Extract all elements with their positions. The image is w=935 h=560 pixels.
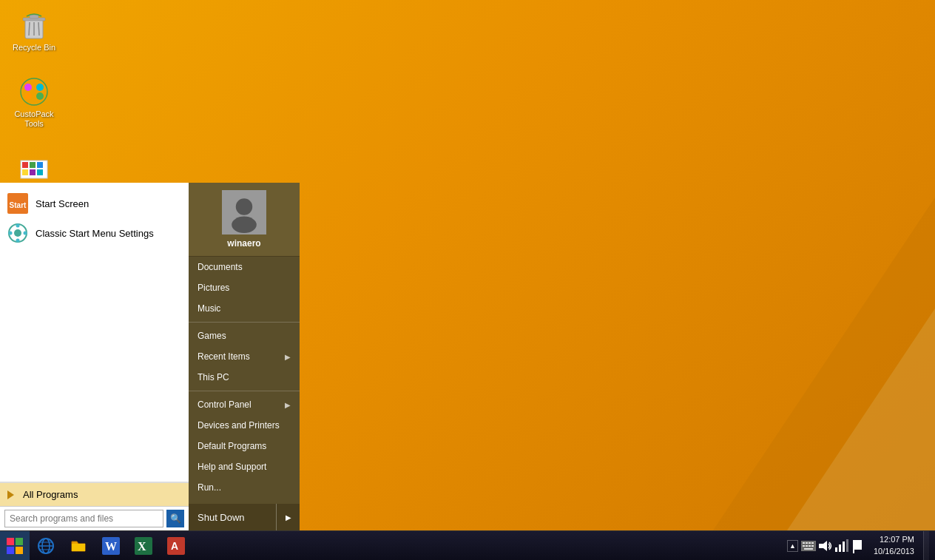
svg-rect-4: [30, 15, 38, 18]
svg-text:Start: Start: [10, 201, 27, 209]
menu-item-pictures[interactable]: Pictures: [189, 277, 300, 298]
recycle-bin-label: Recycle Bin: [13, 43, 55, 53]
network-bars-icon: [834, 539, 848, 553]
pinned-item-classic-settings[interactable]: Classic Start Menu Settings: [0, 218, 189, 248]
svg-text:X: X: [138, 540, 146, 553]
svg-rect-34: [16, 547, 23, 554]
recycle-bin-icon[interactable]: Recycle Bin: [7, 7, 61, 55]
speaker-icon: [817, 539, 832, 553]
svg-rect-51: [803, 545, 805, 547]
search-input[interactable]: [4, 510, 163, 527]
svg-rect-52: [806, 545, 808, 547]
menu-item-default-programs[interactable]: Default Programs: [189, 436, 300, 456]
custopack-label: CustoPack Tools: [10, 109, 58, 129]
user-avatar: [222, 190, 266, 235]
all-programs-triangle: [7, 490, 14, 499]
pinned-items-list: Start Start Screen: [0, 183, 189, 482]
menu-item-this-pc[interactable]: This PC: [189, 367, 300, 388]
menu-item-games[interactable]: Games: [189, 325, 300, 346]
third-graphic: [19, 155, 49, 184]
network-icon[interactable]: [834, 539, 848, 553]
svg-point-8: [21, 78, 47, 105]
all-programs-button[interactable]: All Programs: [0, 482, 189, 506]
svg-point-27: [16, 224, 20, 228]
svg-point-29: [9, 232, 13, 235]
control-panel-arrow: ▶: [285, 401, 291, 409]
svg-text:W: W: [105, 540, 117, 553]
keyboard-layout-icon[interactable]: [801, 539, 816, 553]
svg-rect-47: [803, 542, 805, 544]
svg-point-22: [232, 217, 257, 233]
menu-item-devices-and-printers[interactable]: Devices and Printers: [189, 415, 300, 436]
search-button[interactable]: 🔍: [166, 510, 184, 527]
menu-item-help-and-support[interactable]: Help and Support: [189, 456, 300, 477]
taskbar-unknown-app[interactable]: A: [160, 531, 192, 561]
svg-line-5: [29, 22, 30, 36]
taskbar-excel[interactable]: X: [127, 531, 160, 561]
custopack-icon[interactable]: CustoPack Tools: [7, 74, 61, 132]
desktop: Recycle Bin CustoPack Tools: [0, 0, 935, 560]
start-menu-right-panel: winaero Documents Pictures Music Games: [189, 183, 300, 530]
svg-rect-50: [811, 542, 814, 544]
svg-rect-58: [839, 544, 841, 552]
svg-rect-53: [809, 545, 811, 547]
excel-icon: X: [135, 537, 152, 555]
start-menu-left-panel: Start Start Screen: [0, 183, 189, 530]
menu-item-control-panel[interactable]: Control Panel ▶: [189, 394, 300, 415]
windows-logo: [7, 538, 23, 554]
svg-point-12: [36, 92, 44, 100]
svg-point-11: [24, 92, 32, 100]
svg-rect-60: [846, 539, 848, 552]
custopack-graphic: [19, 77, 49, 107]
tray-icons: [801, 539, 865, 553]
show-desktop-button[interactable]: [923, 531, 929, 561]
separator-2: [189, 391, 300, 391]
taskbar-items-area: W X A: [30, 531, 781, 560]
svg-rect-31: [7, 538, 14, 545]
all-programs-label: All Programs: [23, 489, 78, 500]
svg-rect-15: [30, 162, 36, 168]
taskbar: W X A ▲: [0, 530, 935, 560]
svg-rect-59: [843, 542, 845, 552]
shutdown-arrow-button[interactable]: ▶: [276, 504, 300, 530]
unknown-app-icon: A: [167, 537, 185, 555]
start-screen-icon: Start: [7, 193, 28, 214]
taskbar-word[interactable]: W: [95, 531, 127, 561]
action-center-icon[interactable]: [850, 539, 865, 553]
search-icon: 🔍: [170, 513, 181, 524]
menu-item-run[interactable]: Run...: [189, 477, 300, 498]
svg-rect-17: [22, 169, 28, 175]
svg-point-30: [24, 232, 27, 235]
search-bar: 🔍: [0, 506, 189, 530]
svg-rect-33: [7, 547, 14, 554]
svg-rect-16: [37, 162, 43, 168]
user-profile-section[interactable]: winaero: [189, 183, 300, 257]
tray-overflow-button[interactable]: ▲: [787, 540, 798, 552]
pinned-item-start-screen[interactable]: Start Start Screen: [0, 189, 189, 218]
shutdown-button[interactable]: Shut Down: [189, 504, 276, 530]
shutdown-bar: Shut Down ▶: [189, 504, 300, 530]
ie-icon: [37, 537, 55, 555]
right-menu-list: Documents Pictures Music Games Recent It…: [189, 257, 300, 504]
taskbar-ie[interactable]: [30, 531, 62, 561]
taskbar-tray: ▲: [781, 531, 935, 560]
file-explorer-icon: [70, 537, 87, 555]
classic-settings-icon: [7, 223, 28, 243]
menu-item-recent-items[interactable]: Recent Items ▶: [189, 346, 300, 367]
volume-icon[interactable]: [817, 539, 832, 553]
svg-point-9: [24, 84, 32, 91]
separator-1: [189, 322, 300, 323]
menu-item-music[interactable]: Music: [189, 298, 300, 319]
svg-point-21: [236, 198, 252, 215]
svg-marker-56: [819, 541, 827, 551]
bg-decoration: [417, 50, 935, 530]
recent-items-arrow: ▶: [285, 353, 291, 361]
svg-point-26: [14, 229, 21, 237]
taskbar-start-button[interactable]: [0, 531, 30, 561]
flag-icon: [850, 539, 865, 553]
menu-item-documents[interactable]: Documents: [189, 257, 300, 277]
classic-settings-label: Classic Start Menu Settings: [36, 228, 154, 239]
clock-area[interactable]: 12:07 PM 10/16/2013: [868, 534, 920, 557]
taskbar-file-explorer[interactable]: [62, 531, 95, 561]
svg-rect-55: [804, 548, 813, 550]
